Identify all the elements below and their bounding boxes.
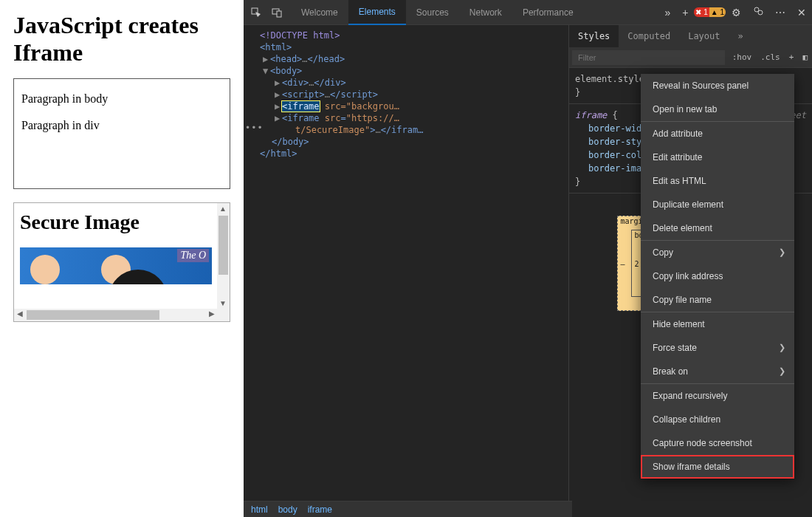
ctx-add-attribute[interactable]: Add attribute [641, 122, 794, 145]
ctx-edit-html[interactable]: Edit as HTML [641, 169, 794, 193]
paragraph-body: Paragraph in body [21, 92, 222, 106]
ctx-break-on[interactable]: Break on❯ [641, 360, 794, 383]
context-menu: Reveal in Sources panel Open in new tab … [641, 74, 794, 479]
content-box: Paragraph in body Paragraph in div [13, 78, 230, 189]
iframe-heading: Secure Image [20, 210, 210, 234]
feedback-icon[interactable] [747, 6, 769, 18]
iframe-preview: Secure Image The O ▲▼ ◀▶ [13, 202, 230, 322]
close-icon[interactable]: ✕ [791, 7, 812, 18]
ctx-delete[interactable]: Delete element [641, 216, 794, 240]
tab-styles[interactable]: Styles [569, 25, 619, 47]
chevron-right-icon: ❯ [779, 366, 785, 376]
elements-tree[interactable]: <!DOCTYPE html> <html> ▶<head>…</head> ▼… [244, 25, 568, 517]
chevron-right-icon: ❯ [779, 343, 785, 352]
tab-network[interactable]: Network [459, 0, 512, 25]
svg-rect-2 [277, 11, 281, 17]
tab-layout[interactable]: Layout [679, 25, 729, 47]
ctx-show-iframe-details[interactable]: Show iframe details [641, 455, 794, 479]
rendered-page: JavaScript creates Iframe Paragraph in b… [0, 0, 244, 517]
selected-iframe-node[interactable]: ▶<iframe src="backgrou… [244, 100, 568, 112]
more-tabs-icon[interactable]: » [658, 7, 676, 18]
overflow-dots-icon: ••• [245, 123, 264, 133]
ctx-open-new-tab[interactable]: Open in new tab [641, 97, 794, 121]
tab-performance[interactable]: Performance [512, 0, 584, 25]
ctx-copy-link[interactable]: Copy link address [641, 264, 794, 288]
page-title: JavaScript creates Iframe [13, 12, 230, 66]
ctx-duplicate[interactable]: Duplicate element [641, 193, 794, 216]
kebab-icon[interactable]: ⋯ [769, 7, 791, 18]
tab-computed[interactable]: Computed [619, 25, 679, 47]
issues-badge[interactable]: ✖ 1▲ 1 [694, 7, 726, 17]
ctx-edit-attribute[interactable]: Edit attribute [641, 145, 794, 169]
tab-sources[interactable]: Sources [406, 0, 459, 25]
ctx-expand-recursively[interactable]: Expand recursively [641, 384, 794, 408]
ctx-reveal-sources[interactable]: Reveal in Sources panel [641, 74, 794, 97]
styles-filter-input[interactable] [572, 50, 725, 65]
plus-icon[interactable]: + [676, 7, 694, 18]
ctx-collapse-children[interactable]: Collapse children [641, 408, 794, 431]
styles-filter-bar: :hov .cls + ◧ [569, 47, 812, 68]
device-toggle-icon[interactable] [270, 6, 283, 19]
devtools-panel: Welcome Elements Sources Network Perform… [244, 0, 812, 517]
chevron-right-icon: ❯ [779, 247, 785, 257]
more-styles-tabs-icon[interactable]: » [729, 25, 752, 47]
paragraph-div: Paragraph in div [21, 119, 222, 132]
crumb-html[interactable]: html [251, 504, 268, 515]
crumb-body[interactable]: body [278, 504, 297, 515]
cls-toggle[interactable]: .cls [756, 52, 785, 62]
secure-image-thumb: The O [20, 247, 212, 284]
ctx-hide-element[interactable]: Hide element [641, 312, 794, 336]
inspect-icon[interactable] [250, 6, 263, 19]
ctx-capture-screenshot[interactable]: Capture node screenshot [641, 431, 794, 455]
breadcrumb[interactable]: html body iframe [244, 501, 572, 517]
new-style-plus-icon[interactable]: + [785, 52, 799, 62]
ctx-force-state[interactable]: Force state❯ [641, 336, 794, 360]
tab-welcome[interactable]: Welcome [291, 0, 348, 25]
hov-toggle[interactable]: :hov [728, 52, 757, 62]
crumb-iframe[interactable]: iframe [308, 504, 332, 515]
styles-tabs: Styles Computed Layout » [569, 25, 812, 47]
iframe-scrollbar-horizontal[interactable]: ◀▶ [14, 309, 230, 321]
svg-point-4 [758, 10, 763, 15]
settings-gear-icon[interactable]: ⚙ [726, 7, 747, 18]
ctx-copy[interactable]: Copy❯ [641, 241, 794, 264]
tab-elements[interactable]: Elements [348, 0, 406, 25]
sidebar-toggle-icon[interactable]: ◧ [798, 52, 812, 62]
devtools-toolbar: Welcome Elements Sources Network Perform… [244, 0, 812, 25]
ctx-copy-filename[interactable]: Copy file name [641, 288, 794, 312]
iframe-scrollbar-vertical[interactable]: ▲▼ [217, 203, 230, 309]
